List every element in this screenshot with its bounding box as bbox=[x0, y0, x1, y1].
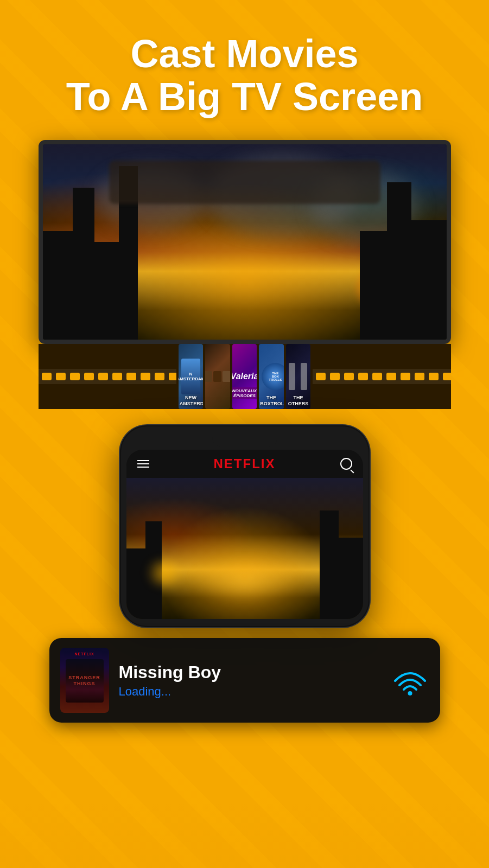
film-hole bbox=[429, 373, 439, 380]
phone-building-4 bbox=[320, 510, 339, 619]
film-hole bbox=[84, 373, 94, 380]
search-icon[interactable] bbox=[340, 458, 352, 470]
film-hole bbox=[443, 373, 450, 380]
thumb-label-5: THEOTHERS bbox=[286, 395, 311, 407]
hero-title-line2: To A Big TV Screen bbox=[66, 75, 423, 118]
st-poster-art: STRANGERTHINGS bbox=[66, 659, 104, 703]
netflix-header: NETFLIX bbox=[126, 450, 363, 478]
hamburger-line bbox=[137, 460, 149, 461]
film-strip: NAMSTERDAM NEW AMSTERDAM bbox=[39, 344, 451, 409]
film-hole bbox=[372, 373, 382, 380]
film-hole bbox=[112, 373, 122, 380]
building-3 bbox=[92, 242, 119, 340]
film-thumb-valeria[interactable]: Valeria NOUVEAUX ÉPISODES bbox=[232, 344, 257, 409]
film-hole bbox=[42, 373, 52, 380]
film-hole bbox=[141, 373, 150, 380]
hamburger-menu-icon[interactable] bbox=[137, 460, 149, 468]
phone-frame: NETFLIX bbox=[120, 425, 370, 627]
building-6 bbox=[387, 182, 411, 340]
film-hole bbox=[56, 373, 66, 380]
film-hole bbox=[98, 373, 108, 380]
film-thumb-others[interactable]: THEOTHERS bbox=[286, 344, 311, 409]
film-hole bbox=[344, 373, 354, 380]
phone-center-glow bbox=[190, 559, 299, 603]
building-7 bbox=[360, 231, 390, 340]
film-thumb-boxtrolls[interactable]: THEBOXTROLLS THE BOXTROLLS bbox=[259, 344, 284, 409]
st-netflix-label: NETFLIX bbox=[74, 652, 94, 656]
hamburger-line bbox=[137, 463, 149, 464]
svg-point-0 bbox=[408, 691, 412, 695]
now-playing-info: Missing Boy Loading... bbox=[119, 662, 382, 699]
building-1 bbox=[43, 231, 75, 340]
film-hole bbox=[155, 373, 164, 380]
film-strip-top bbox=[39, 369, 176, 384]
film-hole bbox=[169, 373, 176, 380]
stranger-things-thumbnail: NETFLIX STRANGERTHINGS bbox=[60, 648, 109, 713]
tv-screen bbox=[43, 144, 447, 340]
phone-building-3 bbox=[336, 538, 363, 619]
phone-container: NETFLIX bbox=[115, 425, 375, 627]
wifi-svg bbox=[392, 666, 428, 695]
film-hole bbox=[70, 373, 80, 380]
tv-container: NAMSTERDAM NEW AMSTERDAM bbox=[39, 140, 451, 409]
nouveaux-badge: NOUVEAUX ÉPISODES bbox=[232, 387, 257, 399]
film-strip-bottom bbox=[313, 369, 450, 384]
phone-movie-screen bbox=[126, 478, 363, 619]
city-scene bbox=[43, 144, 447, 340]
film-hole bbox=[316, 373, 326, 380]
film-hole bbox=[358, 373, 368, 380]
now-playing-status: Loading... bbox=[119, 685, 382, 699]
film-hole bbox=[330, 373, 340, 380]
hamburger-line bbox=[137, 467, 149, 468]
phone-notch bbox=[212, 433, 277, 447]
film-hole bbox=[415, 373, 424, 380]
film-thumb-new-amsterdam[interactable]: NAMSTERDAM NEW AMSTERDAM bbox=[179, 344, 204, 409]
building-2 bbox=[73, 188, 94, 340]
bottom-fade bbox=[0, 803, 489, 868]
netflix-logo: NETFLIX bbox=[214, 456, 276, 471]
phone-building-1 bbox=[126, 548, 148, 619]
hero-section: Cast Movies To A Big TV Screen bbox=[0, 0, 489, 135]
hero-title-line1: Cast Movies bbox=[130, 32, 358, 75]
film-thumb-crime[interactable] bbox=[205, 344, 230, 409]
phone-explosion bbox=[143, 559, 186, 586]
now-playing-title: Missing Boy bbox=[119, 662, 382, 682]
thumb-label-1: NEW AMSTERDAM bbox=[179, 395, 204, 407]
hero-title: Cast Movies To A Big TV Screen bbox=[22, 33, 467, 118]
building-5 bbox=[409, 220, 447, 340]
film-hole bbox=[386, 373, 396, 380]
tv-frame bbox=[39, 140, 451, 344]
thumb-label-4: THE BOXTROLLS bbox=[259, 395, 284, 407]
film-hole bbox=[401, 373, 410, 380]
film-middle: NAMSTERDAM NEW AMSTERDAM bbox=[176, 344, 313, 409]
phone-screen: NETFLIX bbox=[126, 450, 363, 619]
spacecraft bbox=[109, 161, 380, 204]
now-playing-bar: NETFLIX STRANGERTHINGS Missing Boy Loadi… bbox=[49, 638, 440, 723]
film-hole bbox=[126, 373, 136, 380]
wifi-icon bbox=[391, 664, 429, 697]
